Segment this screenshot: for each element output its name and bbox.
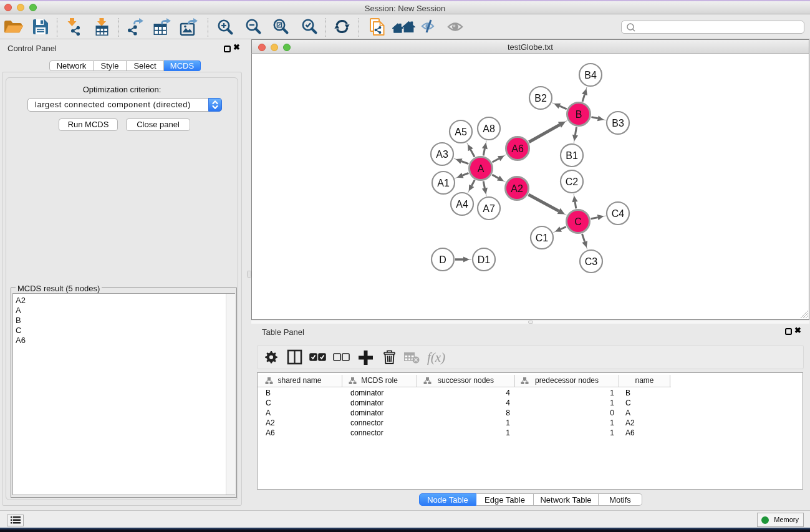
- svg-text:C2: C2: [566, 177, 579, 187]
- svg-text:C1: C1: [536, 233, 549, 243]
- svg-text:B3: B3: [612, 118, 624, 128]
- svg-text:A: A: [478, 163, 485, 174]
- svg-text:A8: A8: [483, 123, 495, 134]
- svg-text:C3: C3: [585, 256, 598, 267]
- svg-text:A1: A1: [437, 178, 450, 188]
- svg-text:A4: A4: [456, 199, 468, 210]
- svg-text:A7: A7: [483, 203, 495, 214]
- svg-text:C4: C4: [612, 208, 625, 219]
- svg-text:C: C: [574, 216, 582, 227]
- svg-text:B4: B4: [584, 70, 597, 80]
- svg-text:B: B: [576, 109, 582, 120]
- svg-text:B1: B1: [566, 150, 578, 161]
- svg-text:D: D: [439, 254, 446, 265]
- svg-text:D1: D1: [478, 254, 491, 265]
- svg-text:A3: A3: [436, 149, 448, 160]
- svg-text:A5: A5: [455, 127, 467, 137]
- svg-text:A6: A6: [511, 143, 524, 154]
- svg-text:B2: B2: [534, 93, 547, 104]
- svg-text:A2: A2: [511, 183, 523, 194]
